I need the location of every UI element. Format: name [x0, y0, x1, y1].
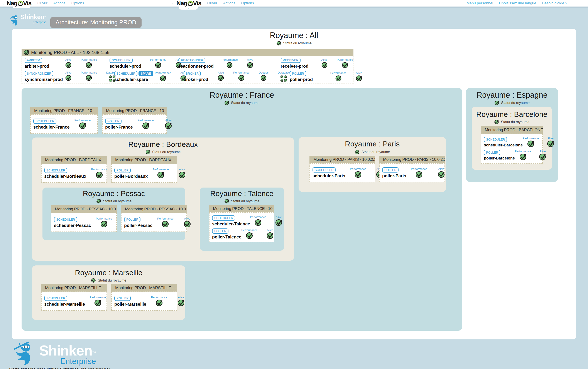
- monitor-box-header[interactable]: Monitoring PROD - BARCELONE -...: [481, 126, 543, 134]
- monitor-box-header[interactable]: Monitoring PROD - MARSEILLE - ...: [41, 284, 107, 291]
- node-broker-prod[interactable]: BROKER broker-prod Alive Performance Que…: [184, 71, 290, 82]
- metric-queues[interactable]: Queues: [259, 71, 269, 81]
- metric-alive[interactable]: Alive: [247, 58, 253, 68]
- metric-performance[interactable]: Performance: [350, 167, 366, 178]
- metric-alive[interactable]: Alive: [266, 229, 274, 239]
- node-scheduler-spare[interactable]: SCHEDULERSPARE scheduler-spare Performan…: [114, 71, 184, 82]
- node-poller-marseille[interactable]: POLLER poller-Marseille: [114, 296, 146, 307]
- metric-performance[interactable]: Performance: [151, 296, 167, 307]
- node-synchronizer-prod[interactable]: SYNCHRONIZER synchronizer-prod Alive Per…: [25, 71, 114, 82]
- metric-performance[interactable]: Performance: [250, 215, 266, 226]
- monitor-box-header[interactable]: Monitoring PROD - MARSEILLE - ...: [111, 284, 177, 291]
- metric-alive[interactable]: Alive: [539, 150, 546, 160]
- collapse-left-icon[interactable]: ‹: [2, 1, 4, 6]
- metric-performance[interactable]: Performance: [330, 71, 346, 81]
- node-poller-talence[interactable]: POLLER poller-Talence Performance Alive: [212, 228, 271, 240]
- metric-performance[interactable]: Performance: [81, 58, 97, 68]
- node-scheduler-barcelone[interactable]: SCHEDULER scheduler-Barcelone Performanc…: [484, 136, 540, 148]
- collapse-center-icon[interactable]: ‹: [172, 1, 174, 6]
- menu-langue[interactable]: Choisissez une langue: [499, 1, 536, 5]
- monitor-box-header[interactable]: Monitoring PROD - PESSAC - 10.0...: [121, 205, 187, 213]
- metric-performance[interactable]: Performance: [155, 71, 171, 81]
- node-poller-prod[interactable]: POLLER poller-prod Performance Alive: [290, 71, 362, 82]
- metric-performance[interactable]: Performance: [81, 71, 97, 81]
- metric-alive[interactable]: Alive: [275, 215, 283, 226]
- menu-actions[interactable]: Actions: [53, 1, 65, 5]
- metric-database[interactable]: Database: [278, 71, 290, 82]
- metric-performance[interactable]: Performance: [74, 119, 91, 130]
- monitor-box-header[interactable]: Monitoring PROD - BORDEAUX - ...: [111, 156, 177, 164]
- metric-alive[interactable]: Alive: [547, 137, 554, 148]
- status-ok-icon[interactable]: [224, 100, 229, 105]
- status-ok-icon[interactable]: [355, 150, 359, 154]
- metric-alive[interactable]: Alive: [438, 167, 445, 178]
- node-scheduler-prod[interactable]: SCHEDULER scheduler-prod Performance Ali…: [110, 58, 179, 69]
- metric-alive[interactable]: Alive: [165, 119, 172, 130]
- monitor-box-body: SCHEDULER scheduler-Barcelone Performanc…: [481, 134, 543, 164]
- metric-performance[interactable]: Performance: [523, 137, 539, 148]
- node-scheduler-bordeaux[interactable]: SCHEDULER scheduler-Bordeaux: [44, 168, 86, 179]
- node-poller-paris[interactable]: POLLER poller-Paris: [382, 167, 406, 179]
- metric-performance[interactable]: Performance: [157, 217, 173, 228]
- monitor-box-header[interactable]: Monitoring PROD - PESSAC - 10.0...: [51, 205, 117, 213]
- menu-ouvrir[interactable]: Ouvrir: [207, 1, 217, 5]
- metric-performance[interactable]: Performance: [138, 119, 154, 130]
- node-arbiter-prod[interactable]: ARBITER arbiter-prod Alive Performance: [25, 58, 110, 69]
- metric-alive[interactable]: Alive: [177, 296, 185, 307]
- metric-performance[interactable]: Performance: [91, 168, 107, 179]
- status-ok-icon[interactable]: [494, 100, 499, 105]
- status-ok-icon: [23, 50, 29, 55]
- metric-performance[interactable]: Performance: [90, 296, 106, 307]
- node-receiver-prod[interactable]: RECEIVER receiver-prod Alive Performance: [281, 58, 353, 69]
- header-toggle-tab-center[interactable]: ⌄: [179, 7, 198, 10]
- metric-alive[interactable]: Alive: [356, 71, 362, 81]
- menu-actions[interactable]: Actions: [223, 1, 235, 5]
- metric-alive[interactable]: Alive: [65, 71, 72, 81]
- monitor-box-header[interactable]: Monitoring PROD - BORDEAUX - ...: [41, 156, 107, 164]
- monitor-box-header[interactable]: Monitoring PROD - PARIS - 10.0.2.1: [309, 156, 375, 163]
- metric-performance[interactable]: Performance: [96, 217, 112, 228]
- status-ok-icon[interactable]: [224, 199, 229, 204]
- node-reactionner-prod[interactable]: REACTIONNER reactionner-prod Performance…: [179, 58, 281, 69]
- monitor-box-header[interactable]: Monitoring PROD - PARIS - 10.0.2.2: [379, 156, 445, 163]
- menu-ouvrir[interactable]: Ouvrir: [37, 1, 47, 5]
- node-scheduler-paris[interactable]: SCHEDULER scheduler-Paris: [313, 167, 345, 179]
- status-ok-icon[interactable]: [276, 41, 281, 46]
- metric-alive[interactable]: Alive: [184, 217, 191, 228]
- header-toggle-tab-left[interactable]: [13, 7, 30, 8]
- monitor-box-header[interactable]: Monitoring PROD - FRANCE - 10....: [30, 107, 98, 114]
- monitor-box-header[interactable]: Monitoring PROD - FRANCE - 10....: [102, 107, 167, 114]
- node-scheduler-france[interactable]: SCHEDULER scheduler-France: [33, 119, 70, 130]
- metric-performance[interactable]: Performance: [337, 58, 353, 68]
- metric-alive[interactable]: Alive: [321, 58, 328, 68]
- menu-personnel[interactable]: Menu personnel: [466, 1, 493, 5]
- metric-performance[interactable]: Performance: [152, 168, 168, 179]
- node-poller-bordeaux[interactable]: POLLER poller-Bordeaux: [114, 168, 148, 179]
- menu-aide[interactable]: Besoin d'aide ?: [542, 1, 567, 5]
- node-scheduler-pessac[interactable]: SCHEDULER scheduler-Pessac: [54, 217, 91, 228]
- status-ok-icon[interactable]: [494, 120, 499, 124]
- metric-performance[interactable]: Performance: [515, 150, 531, 160]
- metric-performance[interactable]: Performance: [411, 167, 427, 178]
- monitor-box-header[interactable]: Monitoring PROD - ALL - 192.168.1.59: [21, 49, 353, 56]
- metric-performance[interactable]: Performance: [233, 71, 249, 81]
- monitor-box-header[interactable]: Monitoring PROD - TALENCE - 10...: [209, 205, 274, 212]
- nagvis-logo[interactable]: NagVis: [7, 0, 31, 6]
- metric-performance[interactable]: Performance: [221, 58, 238, 68]
- node-poller-pessac[interactable]: POLLER poller-Pessac: [124, 217, 152, 228]
- status-ok-icon[interactable]: [96, 199, 101, 204]
- metric-alive[interactable]: Alive: [65, 58, 72, 68]
- status-ok-icon[interactable]: [146, 150, 150, 154]
- metric-alive[interactable]: Alive: [178, 168, 186, 179]
- node-poller-france[interactable]: POLLER poller-France: [105, 119, 133, 130]
- menu-options[interactable]: Options: [241, 1, 254, 5]
- status-ok-icon[interactable]: [91, 278, 96, 283]
- node-scheduler-marseille[interactable]: SCHEDULER scheduler-Marseille: [44, 296, 85, 307]
- metric-alive[interactable]: Alive: [218, 71, 224, 81]
- node-poller-barcelone[interactable]: POLLER poller-Barcelone Performance Aliv…: [484, 149, 540, 161]
- status-caption: Statut du royaume: [103, 199, 132, 203]
- node-scheduler-talence[interactable]: SCHEDULER scheduler-Talence Performance …: [212, 215, 271, 227]
- metric-performance[interactable]: Performance: [150, 58, 166, 68]
- menu-options[interactable]: Options: [71, 1, 84, 5]
- metric-performance[interactable]: Performance: [241, 229, 257, 239]
